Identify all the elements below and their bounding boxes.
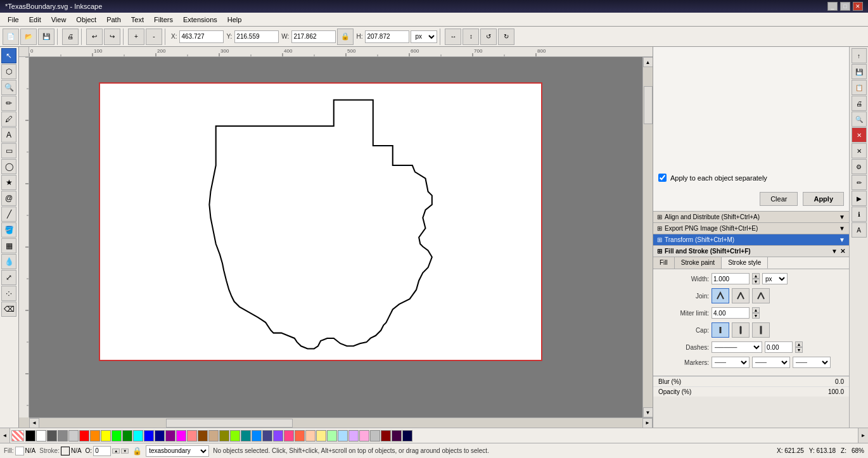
cap-round-btn[interactable]: [732, 322, 750, 338]
dashes-offset-input[interactable]: [765, 341, 793, 353]
tb-flip-v[interactable]: ↕: [463, 29, 479, 45]
tb-undo[interactable]: ↩: [86, 29, 103, 45]
marker-mid-select[interactable]: —— •: [752, 357, 790, 368]
tb-rotate-cw[interactable]: ↻: [498, 29, 514, 45]
swatch-darkgreen[interactable]: [122, 430, 132, 442]
unit-select[interactable]: px mm cm in: [411, 30, 437, 43]
fr-arrow[interactable]: ↑: [852, 48, 867, 63]
swatch-yellow[interactable]: [101, 430, 111, 442]
swatch-navy[interactable]: [402, 430, 412, 442]
width-down[interactable]: ▼: [752, 279, 760, 284]
window-controls[interactable]: _ □ ✕: [827, 2, 863, 11]
dashes-down[interactable]: ▼: [795, 347, 803, 353]
layer-select[interactable]: texasboundary: [146, 445, 209, 457]
fr-print[interactable]: 🖨: [852, 96, 867, 111]
opacity-spin-up[interactable]: ▲: [112, 448, 120, 454]
swatch-mauve[interactable]: [359, 430, 369, 442]
tb-zoom-out[interactable]: -: [146, 29, 162, 45]
fr-x[interactable]: ✕: [852, 127, 867, 143]
swatch-tan[interactable]: [208, 430, 219, 442]
width-unit-select[interactable]: px mm: [762, 273, 788, 284]
spray-tool[interactable]: ·:·: [1, 286, 16, 301]
scroll-right-arrow[interactable]: ►: [642, 418, 653, 428]
swatch-green[interactable]: [112, 430, 122, 442]
tab-stroke-style[interactable]: Stroke style: [722, 257, 768, 269]
tb-open[interactable]: 📂: [20, 29, 37, 45]
menu-edit[interactable]: Edit: [24, 15, 46, 25]
y-field[interactable]: [234, 30, 279, 43]
fr-copy[interactable]: 📋: [852, 80, 867, 95]
menu-filters[interactable]: Filters: [149, 15, 178, 25]
swatch-sky[interactable]: [252, 430, 262, 442]
swatch-pink[interactable]: [187, 430, 197, 442]
star-tool[interactable]: ★: [1, 175, 16, 190]
swatch-darkpurple[interactable]: [392, 430, 402, 442]
select-tool[interactable]: ↖: [1, 48, 16, 63]
apply-button[interactable]: Apply: [803, 192, 844, 206]
dashes-select[interactable]: ───── - - - - · · · ·: [712, 341, 762, 353]
eraser-tool[interactable]: ⌫: [1, 302, 16, 317]
align-distribute-section[interactable]: ⊞ Align and Distribute (Shift+Ctrl+A) ▼: [653, 212, 849, 223]
transparent-swatch[interactable]: [11, 430, 24, 442]
clear-button[interactable]: Clear: [760, 192, 798, 206]
close-button[interactable]: ✕: [853, 2, 863, 11]
swatch-mint[interactable]: [327, 430, 337, 442]
connector-tool[interactable]: ⤢: [1, 270, 16, 285]
menu-extensions[interactable]: Extensions: [178, 15, 222, 25]
swatch-black[interactable]: [25, 430, 35, 442]
fr-edit[interactable]: ✏: [852, 175, 867, 190]
swatch-cream[interactable]: [316, 430, 326, 442]
pencil-tool[interactable]: ✏: [1, 96, 16, 111]
scroll-thumb-v[interactable]: [644, 86, 653, 124]
swatch-blue[interactable]: [144, 430, 154, 442]
fs-close[interactable]: ✕: [840, 248, 845, 255]
dropper-tool[interactable]: 💧: [1, 254, 16, 269]
fr-settings[interactable]: ⚙: [852, 159, 867, 174]
fr-arrow2[interactable]: ▶: [852, 191, 867, 206]
fr-save[interactable]: 💾: [852, 64, 867, 79]
tb-save[interactable]: 💾: [38, 29, 54, 45]
scroll-down-arrow[interactable]: ▼: [643, 407, 653, 417]
miter-down[interactable]: ▼: [752, 313, 760, 319]
tb-rotate-ccw[interactable]: ↺: [480, 29, 497, 45]
swatch-lightgray[interactable]: [68, 430, 79, 442]
miter-up[interactable]: ▲: [752, 307, 760, 313]
zoom-tool[interactable]: 🔍: [1, 80, 16, 95]
cap-square-btn[interactable]: [752, 322, 770, 338]
bezier-tool[interactable]: ╱: [1, 207, 16, 222]
swatch-gray[interactable]: [58, 430, 68, 442]
menu-help[interactable]: Help: [222, 15, 247, 25]
menu-text[interactable]: Text: [126, 15, 149, 25]
menu-file[interactable]: File: [3, 15, 24, 25]
width-up[interactable]: ▲: [752, 273, 760, 279]
tab-fill[interactable]: Fill: [653, 257, 675, 269]
tb-new[interactable]: 📄: [3, 29, 19, 45]
maximize-button[interactable]: □: [840, 2, 850, 11]
swatch-magenta[interactable]: [176, 430, 186, 442]
palette-scroll-right[interactable]: ►: [858, 428, 868, 443]
swatch-purple[interactable]: [165, 430, 176, 442]
swatch-lavender[interactable]: [348, 430, 359, 442]
ellipse-tool[interactable]: ◯: [1, 159, 16, 174]
menu-view[interactable]: View: [46, 15, 72, 25]
canvas[interactable]: [29, 57, 642, 417]
swatch-indigo[interactable]: [262, 430, 272, 442]
swatch-orange[interactable]: [90, 430, 100, 442]
fs-collapse[interactable]: ▼: [831, 248, 838, 255]
tb-redo[interactable]: ↪: [104, 29, 120, 45]
vertical-scrollbar[interactable]: ▲ ▼: [642, 57, 653, 417]
swatch-darkgray[interactable]: [47, 430, 57, 442]
swatch-lime[interactable]: [230, 430, 240, 442]
marker-end-select[interactable]: —— →: [793, 357, 831, 368]
tb-print[interactable]: 🖨: [62, 29, 79, 45]
swatch-peach[interactable]: [305, 430, 316, 442]
miter-input[interactable]: [712, 307, 750, 319]
tab-stroke-paint[interactable]: Stroke paint: [675, 257, 722, 269]
spiral-tool[interactable]: @: [1, 191, 16, 206]
node-tool[interactable]: ⬡: [1, 64, 16, 79]
transform-section[interactable]: ⊞ Transform (Shift+Ctrl+M) ▼: [653, 234, 849, 246]
w-field[interactable]: [291, 30, 336, 43]
scroll-thumb-h[interactable]: [166, 419, 293, 428]
dashes-up[interactable]: ▲: [795, 341, 803, 347]
join-bevel-btn[interactable]: [752, 288, 770, 303]
